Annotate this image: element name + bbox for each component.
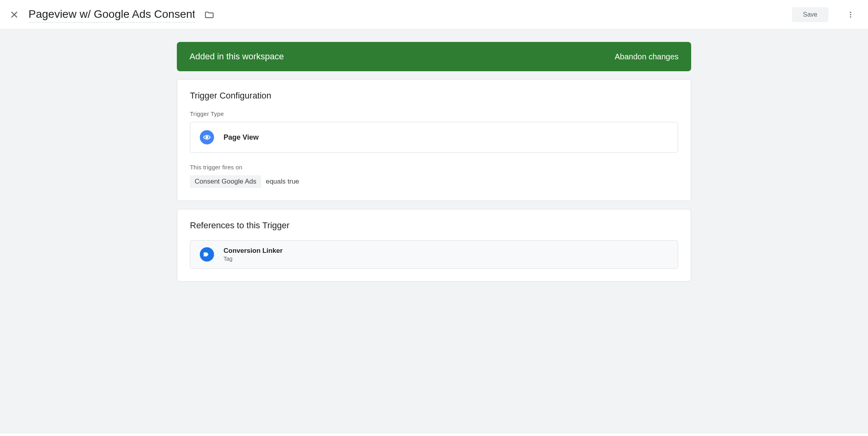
- more-vertical-icon: [847, 11, 855, 19]
- close-button[interactable]: [9, 10, 19, 19]
- workspace-change-banner: Added in this workspace Abandon changes: [177, 42, 691, 71]
- trigger-configuration-card: Trigger Configuration Trigger Type Page …: [177, 79, 691, 201]
- folder-button[interactable]: [204, 9, 214, 20]
- tag-icon: [200, 247, 214, 262]
- fires-on-condition-row: Consent Google Ads equals true: [190, 175, 678, 188]
- references-card: References to this Trigger Conversion Li…: [177, 209, 691, 282]
- abandon-changes-link[interactable]: Abandon changes: [615, 52, 678, 61]
- banner-message: Added in this workspace: [190, 51, 284, 62]
- pageview-icon: [200, 130, 214, 144]
- reference-type: Tag: [224, 256, 282, 262]
- svg-point-2: [850, 11, 851, 13]
- fires-on-label: This trigger fires on: [190, 164, 678, 171]
- condition-variable-chip[interactable]: Consent Google Ads: [190, 175, 261, 188]
- svg-point-5: [206, 136, 208, 138]
- trigger-name-input[interactable]: [28, 6, 195, 23]
- save-button[interactable]: Save: [792, 7, 828, 22]
- more-menu-button[interactable]: [843, 7, 859, 23]
- editor-header: Save: [0, 0, 868, 29]
- trigger-type-value: Page View: [224, 133, 259, 142]
- trigger-type-selector[interactable]: Page View: [190, 122, 678, 153]
- condition-expression: equals true: [266, 178, 299, 186]
- folder-icon: [204, 9, 214, 20]
- close-icon: [10, 10, 19, 19]
- svg-point-4: [850, 16, 851, 17]
- reference-name: Conversion Linker: [224, 247, 282, 255]
- trigger-config-title: Trigger Configuration: [190, 91, 678, 101]
- reference-item[interactable]: Conversion Linker Tag: [190, 240, 678, 269]
- reference-info: Conversion Linker Tag: [224, 247, 282, 262]
- trigger-type-label: Trigger Type: [190, 110, 678, 117]
- svg-point-3: [850, 14, 851, 15]
- references-title: References to this Trigger: [190, 220, 678, 231]
- content-area: Added in this workspace Abandon changes …: [0, 29, 868, 434]
